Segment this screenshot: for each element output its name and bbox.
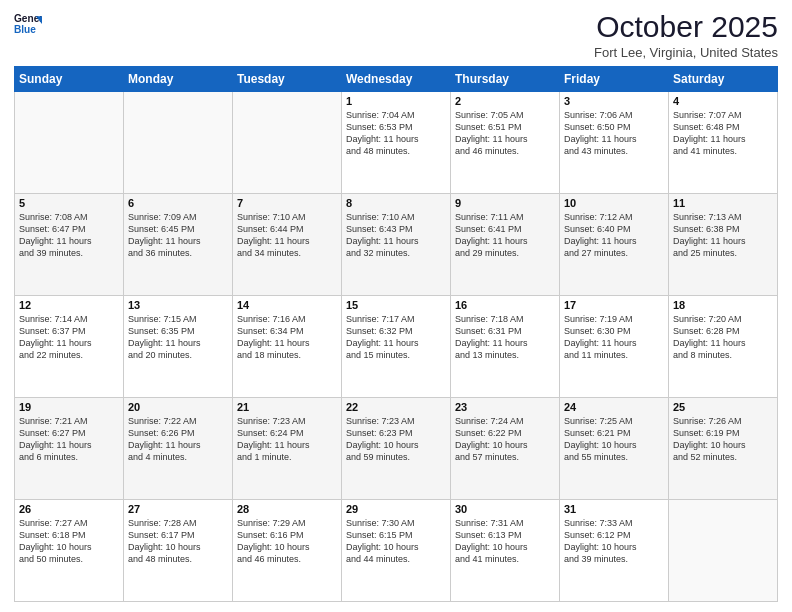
location: Fort Lee, Virginia, United States [594,45,778,60]
calendar-cell: 8Sunrise: 7:10 AM Sunset: 6:43 PM Daylig… [342,194,451,296]
calendar-cell: 15Sunrise: 7:17 AM Sunset: 6:32 PM Dayli… [342,296,451,398]
day-info: Sunrise: 7:12 AM Sunset: 6:40 PM Dayligh… [564,211,664,260]
day-info: Sunrise: 7:05 AM Sunset: 6:51 PM Dayligh… [455,109,555,158]
calendar-cell: 23Sunrise: 7:24 AM Sunset: 6:22 PM Dayli… [451,398,560,500]
day-info: Sunrise: 7:29 AM Sunset: 6:16 PM Dayligh… [237,517,337,566]
day-number: 28 [237,503,337,515]
day-info: Sunrise: 7:14 AM Sunset: 6:37 PM Dayligh… [19,313,119,362]
day-number: 23 [455,401,555,413]
day-number: 9 [455,197,555,209]
calendar-cell [15,92,124,194]
logo-icon: General Blue [14,10,42,38]
day-number: 18 [673,299,773,311]
day-number: 30 [455,503,555,515]
calendar-cell: 22Sunrise: 7:23 AM Sunset: 6:23 PM Dayli… [342,398,451,500]
day-info: Sunrise: 7:33 AM Sunset: 6:12 PM Dayligh… [564,517,664,566]
calendar-cell: 5Sunrise: 7:08 AM Sunset: 6:47 PM Daylig… [15,194,124,296]
calendar-cell: 16Sunrise: 7:18 AM Sunset: 6:31 PM Dayli… [451,296,560,398]
calendar-cell: 7Sunrise: 7:10 AM Sunset: 6:44 PM Daylig… [233,194,342,296]
calendar-cell: 28Sunrise: 7:29 AM Sunset: 6:16 PM Dayli… [233,500,342,602]
calendar-row-5: 26Sunrise: 7:27 AM Sunset: 6:18 PM Dayli… [15,500,778,602]
calendar-cell [233,92,342,194]
day-info: Sunrise: 7:28 AM Sunset: 6:17 PM Dayligh… [128,517,228,566]
day-info: Sunrise: 7:13 AM Sunset: 6:38 PM Dayligh… [673,211,773,260]
col-tuesday: Tuesday [233,67,342,92]
day-number: 4 [673,95,773,107]
calendar-cell: 25Sunrise: 7:26 AM Sunset: 6:19 PM Dayli… [669,398,778,500]
day-info: Sunrise: 7:06 AM Sunset: 6:50 PM Dayligh… [564,109,664,158]
day-info: Sunrise: 7:07 AM Sunset: 6:48 PM Dayligh… [673,109,773,158]
day-info: Sunrise: 7:24 AM Sunset: 6:22 PM Dayligh… [455,415,555,464]
calendar-row-3: 12Sunrise: 7:14 AM Sunset: 6:37 PM Dayli… [15,296,778,398]
day-info: Sunrise: 7:11 AM Sunset: 6:41 PM Dayligh… [455,211,555,260]
day-number: 1 [346,95,446,107]
day-info: Sunrise: 7:10 AM Sunset: 6:43 PM Dayligh… [346,211,446,260]
day-number: 6 [128,197,228,209]
day-info: Sunrise: 7:22 AM Sunset: 6:26 PM Dayligh… [128,415,228,464]
calendar-cell: 13Sunrise: 7:15 AM Sunset: 6:35 PM Dayli… [124,296,233,398]
calendar-cell: 21Sunrise: 7:23 AM Sunset: 6:24 PM Dayli… [233,398,342,500]
day-number: 10 [564,197,664,209]
calendar-cell [124,92,233,194]
calendar-cell: 10Sunrise: 7:12 AM Sunset: 6:40 PM Dayli… [560,194,669,296]
calendar-cell: 29Sunrise: 7:30 AM Sunset: 6:15 PM Dayli… [342,500,451,602]
day-info: Sunrise: 7:27 AM Sunset: 6:18 PM Dayligh… [19,517,119,566]
col-wednesday: Wednesday [342,67,451,92]
day-info: Sunrise: 7:15 AM Sunset: 6:35 PM Dayligh… [128,313,228,362]
calendar-cell: 17Sunrise: 7:19 AM Sunset: 6:30 PM Dayli… [560,296,669,398]
day-info: Sunrise: 7:20 AM Sunset: 6:28 PM Dayligh… [673,313,773,362]
day-number: 11 [673,197,773,209]
day-number: 21 [237,401,337,413]
day-info: Sunrise: 7:08 AM Sunset: 6:47 PM Dayligh… [19,211,119,260]
day-number: 24 [564,401,664,413]
svg-text:Blue: Blue [14,24,36,35]
day-number: 5 [19,197,119,209]
col-thursday: Thursday [451,67,560,92]
calendar-row-2: 5Sunrise: 7:08 AM Sunset: 6:47 PM Daylig… [15,194,778,296]
day-info: Sunrise: 7:23 AM Sunset: 6:23 PM Dayligh… [346,415,446,464]
day-info: Sunrise: 7:23 AM Sunset: 6:24 PM Dayligh… [237,415,337,464]
header: General Blue October 2025 Fort Lee, Virg… [14,10,778,60]
calendar-cell: 2Sunrise: 7:05 AM Sunset: 6:51 PM Daylig… [451,92,560,194]
day-number: 27 [128,503,228,515]
day-number: 3 [564,95,664,107]
calendar-cell: 3Sunrise: 7:06 AM Sunset: 6:50 PM Daylig… [560,92,669,194]
calendar-cell: 24Sunrise: 7:25 AM Sunset: 6:21 PM Dayli… [560,398,669,500]
day-number: 15 [346,299,446,311]
day-info: Sunrise: 7:09 AM Sunset: 6:45 PM Dayligh… [128,211,228,260]
day-info: Sunrise: 7:04 AM Sunset: 6:53 PM Dayligh… [346,109,446,158]
calendar-cell: 20Sunrise: 7:22 AM Sunset: 6:26 PM Dayli… [124,398,233,500]
calendar-cell: 1Sunrise: 7:04 AM Sunset: 6:53 PM Daylig… [342,92,451,194]
calendar-cell: 19Sunrise: 7:21 AM Sunset: 6:27 PM Dayli… [15,398,124,500]
calendar-row-4: 19Sunrise: 7:21 AM Sunset: 6:27 PM Dayli… [15,398,778,500]
calendar-cell: 4Sunrise: 7:07 AM Sunset: 6:48 PM Daylig… [669,92,778,194]
calendar-cell: 14Sunrise: 7:16 AM Sunset: 6:34 PM Dayli… [233,296,342,398]
calendar-cell: 18Sunrise: 7:20 AM Sunset: 6:28 PM Dayli… [669,296,778,398]
day-number: 8 [346,197,446,209]
title-block: October 2025 Fort Lee, Virginia, United … [594,10,778,60]
day-info: Sunrise: 7:17 AM Sunset: 6:32 PM Dayligh… [346,313,446,362]
calendar-cell: 11Sunrise: 7:13 AM Sunset: 6:38 PM Dayli… [669,194,778,296]
day-number: 31 [564,503,664,515]
col-sunday: Sunday [15,67,124,92]
day-info: Sunrise: 7:10 AM Sunset: 6:44 PM Dayligh… [237,211,337,260]
day-info: Sunrise: 7:31 AM Sunset: 6:13 PM Dayligh… [455,517,555,566]
day-number: 26 [19,503,119,515]
month-title: October 2025 [594,10,778,43]
calendar-cell: 30Sunrise: 7:31 AM Sunset: 6:13 PM Dayli… [451,500,560,602]
day-number: 22 [346,401,446,413]
calendar-header-row: Sunday Monday Tuesday Wednesday Thursday… [15,67,778,92]
calendar-cell: 31Sunrise: 7:33 AM Sunset: 6:12 PM Dayli… [560,500,669,602]
day-number: 12 [19,299,119,311]
calendar-cell: 9Sunrise: 7:11 AM Sunset: 6:41 PM Daylig… [451,194,560,296]
calendar-cell: 27Sunrise: 7:28 AM Sunset: 6:17 PM Dayli… [124,500,233,602]
day-info: Sunrise: 7:25 AM Sunset: 6:21 PM Dayligh… [564,415,664,464]
calendar-cell [669,500,778,602]
day-number: 29 [346,503,446,515]
day-info: Sunrise: 7:18 AM Sunset: 6:31 PM Dayligh… [455,313,555,362]
day-number: 16 [455,299,555,311]
calendar-cell: 26Sunrise: 7:27 AM Sunset: 6:18 PM Dayli… [15,500,124,602]
day-number: 20 [128,401,228,413]
day-info: Sunrise: 7:30 AM Sunset: 6:15 PM Dayligh… [346,517,446,566]
day-number: 13 [128,299,228,311]
